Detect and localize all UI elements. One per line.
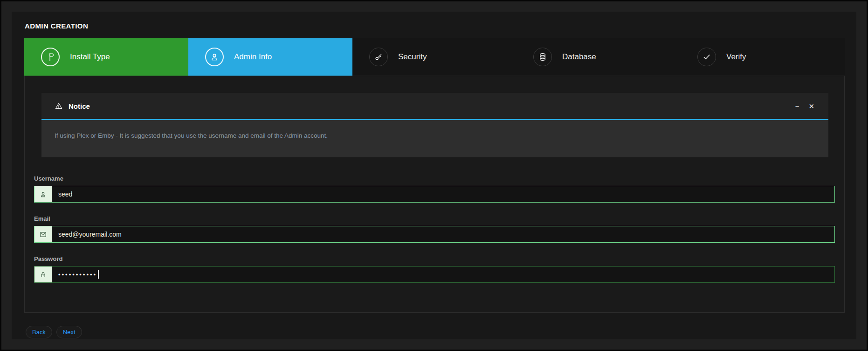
key-icon [369, 48, 388, 66]
admin-creation-panel: ADMIN CREATION Install Type [12, 12, 856, 339]
notice-panel: Notice − ✕ If using Plex or Emby - It is… [41, 93, 828, 157]
password-field-group: Password ••••••••••• [34, 255, 835, 283]
notice-body-text: If using Plex or Emby - It is suggested … [41, 120, 828, 157]
text-cursor [98, 270, 99, 279]
step-label: Security [398, 52, 427, 62]
step-verify[interactable]: Verify [681, 38, 845, 76]
password-input-row: ••••••••••• [34, 266, 835, 283]
lock-icon [34, 267, 52, 282]
wizard-steps: Install Type Admin Info [24, 38, 845, 76]
database-icon [533, 48, 552, 66]
envelope-icon [34, 226, 52, 242]
user-icon [205, 48, 224, 66]
warning-icon [55, 102, 63, 110]
step-database[interactable]: Database [517, 38, 681, 76]
user-icon [34, 186, 52, 202]
email-input-row [34, 226, 835, 243]
username-label: Username [34, 175, 835, 182]
email-input[interactable] [52, 226, 834, 242]
username-field-group: Username [34, 175, 835, 203]
admin-info-form-panel: Notice − ✕ If using Plex or Emby - It is… [24, 76, 845, 313]
password-masked-value: ••••••••••• [58, 271, 97, 278]
notice-header: Notice − ✕ [41, 93, 828, 120]
signpost-icon [41, 48, 60, 66]
step-install-type[interactable]: Install Type [24, 38, 188, 76]
notice-title: Notice [69, 102, 90, 110]
step-label: Verify [726, 52, 746, 62]
step-admin-info[interactable]: Admin Info [188, 38, 352, 76]
page-title: ADMIN CREATION [25, 22, 88, 30]
step-security[interactable]: Security [352, 38, 517, 76]
check-icon [697, 48, 716, 66]
username-input-row [34, 186, 835, 203]
username-input[interactable] [52, 186, 834, 202]
wizard-navigation: Back Next [26, 326, 82, 338]
back-button[interactable]: Back [26, 326, 52, 338]
email-label: Email [34, 215, 835, 222]
password-input[interactable]: ••••••••••• [52, 267, 834, 282]
step-label: Admin Info [234, 52, 272, 62]
minimize-icon[interactable]: − [794, 102, 800, 111]
email-field-group: Email [34, 215, 835, 243]
next-button[interactable]: Next [56, 326, 82, 338]
close-icon[interactable]: ✕ [807, 102, 815, 111]
app-window: ADMIN CREATION Install Type [0, 0, 868, 351]
step-label: Install Type [70, 52, 110, 62]
password-label: Password [34, 255, 835, 262]
step-label: Database [562, 52, 596, 62]
notice-controls: − ✕ [794, 102, 815, 111]
